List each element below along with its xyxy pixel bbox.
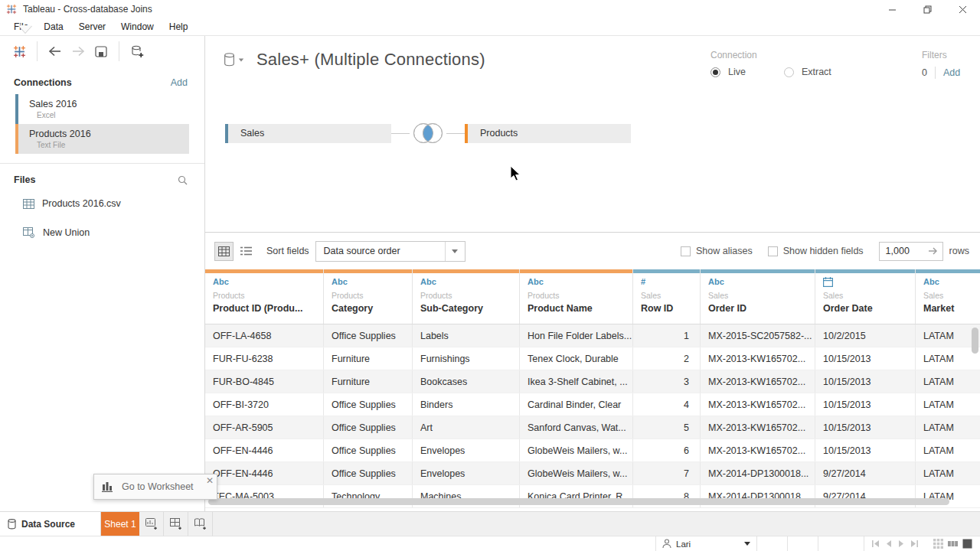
table-cell[interactable]: MX-2014-DP1300018... [701,462,815,484]
tab-data-source[interactable]: Data Source [0,512,101,536]
table-cell[interactable]: 10/2/2015 [815,324,916,347]
table-cell[interactable]: Office Supplies [324,462,413,484]
table-cell[interactable]: Ikea 3-Shelf Cabinet, ... [520,370,633,393]
table-cell[interactable]: Office Supplies [324,324,413,347]
table-cell[interactable]: Furnishings [413,347,520,370]
table-cell[interactable]: OFF-BI-3720 [205,393,324,416]
sort-order-dropdown[interactable]: Data source order [315,241,466,262]
datasource-db-icon[interactable] [224,53,244,67]
table-cell[interactable]: MX-2013-KW165702... [701,370,815,393]
table-cell[interactable]: Hon File Folder Labels... [520,324,633,347]
filters-add-link[interactable]: Add [943,67,960,78]
new-worksheet-icon[interactable] [139,512,164,536]
table-cell[interactable]: MX-2013-KW165702... [701,439,815,461]
tooltip-close-icon[interactable]: ✕ [206,475,214,486]
grid-view-button[interactable] [214,242,234,261]
menu-item-data[interactable]: Data [36,19,70,34]
connection-item-products-2016[interactable]: Products 2016 Text File [15,124,189,154]
column-header-sub-category[interactable]: AbcProductsSub-Category [413,269,520,324]
vertical-scrollbar[interactable] [972,328,978,354]
table-cell[interactable]: Envelopes [413,439,520,461]
table-cell[interactable]: FUR-BO-4845 [205,370,324,393]
table-cell[interactable]: MX-2015-SC2057582-... [701,324,815,347]
table-cell[interactable]: 10/15/2013 [815,416,916,439]
next-page-icon[interactable] [898,540,904,547]
file-item-new-union[interactable]: New Union [0,220,204,245]
table-cell[interactable]: 3 [633,370,701,393]
table-cell[interactable]: Office Supplies [324,439,413,461]
menu-item-help[interactable]: Help [162,19,196,34]
tab-sheet-1[interactable]: Sheet 1 [101,512,139,536]
connections-add-link[interactable]: Add [171,77,188,88]
show-filmstrip-icon[interactable] [948,539,958,549]
table-cell[interactable]: 1 [633,324,701,347]
table-cell[interactable]: Furniture [324,347,413,370]
table-cell[interactable]: LATAM [916,416,980,439]
table-cell[interactable]: MX-2013-KW165702... [701,416,815,439]
extract-label[interactable]: Extract [802,67,831,77]
join-table-sales[interactable]: Sales [225,124,391,143]
minimize-button[interactable] [874,0,910,18]
table-cell[interactable]: FUR-FU-6238 [205,347,324,370]
table-cell[interactable]: OFF-EN-4446 [205,462,324,484]
first-page-icon[interactable] [872,540,880,547]
table-cell[interactable]: OFF-EN-4446 [205,439,324,461]
table-cell[interactable]: 10/15/2013 [815,439,916,461]
datasource-title[interactable]: Sales+ (Multiple Connections) [256,50,485,70]
table-cell[interactable]: 10/15/2013 [815,393,916,416]
table-cell[interactable]: 5 [633,416,701,439]
table-cell[interactable]: LATAM [916,370,980,393]
table-cell[interactable]: LATAM [916,324,980,347]
table-cell[interactable]: OFF-AR-5905 [205,416,324,439]
show-hidden-fields-label[interactable]: Show hidden fields [783,246,864,256]
new-story-icon[interactable] [188,512,213,536]
table-cell[interactable]: LATAM [916,439,980,461]
column-header-market[interactable]: AbcSalesMarket [916,269,980,324]
table-cell[interactable]: OFF-LA-4658 [205,324,324,347]
metadata-view-button[interactable] [237,242,256,261]
column-header-order-id[interactable]: AbcSalesOrder ID [701,269,815,324]
column-header-category[interactable]: AbcProductsCategory [324,269,413,324]
table-cell[interactable]: Furniture [324,370,413,393]
search-icon[interactable] [178,175,188,185]
table-cell[interactable]: Bookcases [413,370,520,393]
last-page-icon[interactable] [910,540,918,547]
tableau-home-icon[interactable] [8,40,31,63]
table-cell[interactable]: Art [413,416,520,439]
live-radio[interactable] [710,67,720,77]
table-cell[interactable]: 4 [633,393,701,416]
show-aliases-label[interactable]: Show aliases [696,246,753,256]
extract-radio[interactable] [784,67,794,77]
table-cell[interactable]: Binders [413,393,520,416]
table-cell[interactable]: LATAM [916,347,980,370]
table-cell[interactable]: 2 [633,347,701,370]
table-cell[interactable]: LATAM [916,393,980,416]
show-tabs-icon[interactable] [933,539,943,549]
table-cell[interactable]: Office Supplies [324,393,413,416]
column-header-product-id-produ[interactable]: AbcProductsProduct ID (Produ... [205,269,324,324]
back-button[interactable] [44,40,67,63]
table-cell[interactable]: Office Supplies [324,416,413,439]
table-cell[interactable]: MX-2013-KW165702... [701,347,815,370]
table-cell[interactable]: Envelopes [413,462,520,484]
new-data-source-icon[interactable] [126,40,149,63]
table-cell[interactable]: Sanford Canvas, Wat... [520,416,633,439]
table-cell[interactable]: Cardinal Binder, Clear [520,393,633,416]
column-header-row-id[interactable]: #SalesRow ID [633,269,701,324]
row-count-input[interactable]: 1,000 [879,242,943,261]
connection-item-sales-2016[interactable]: Sales 2016 Excel [15,94,204,124]
menu-item-server[interactable]: Server [71,19,113,34]
table-cell[interactable]: GlobeWeis Mailers, w... [520,462,633,484]
save-icon[interactable] [90,40,113,63]
table-cell[interactable]: 10/15/2013 [815,347,916,370]
table-cell[interactable]: LATAM [916,462,980,484]
live-label[interactable]: Live [728,67,746,77]
table-cell[interactable]: MX-2013-KW165702... [701,393,815,416]
table-cell[interactable]: 10/15/2013 [815,370,916,393]
show-aliases-checkbox[interactable] [681,246,691,256]
column-header-product-name[interactable]: AbcProductsProduct Name [520,269,633,324]
table-cell[interactable]: 9/27/2014 [815,462,916,484]
table-cell[interactable]: 6 [633,439,701,461]
close-button[interactable] [945,0,980,18]
menu-item-window[interactable]: Window [113,19,162,34]
